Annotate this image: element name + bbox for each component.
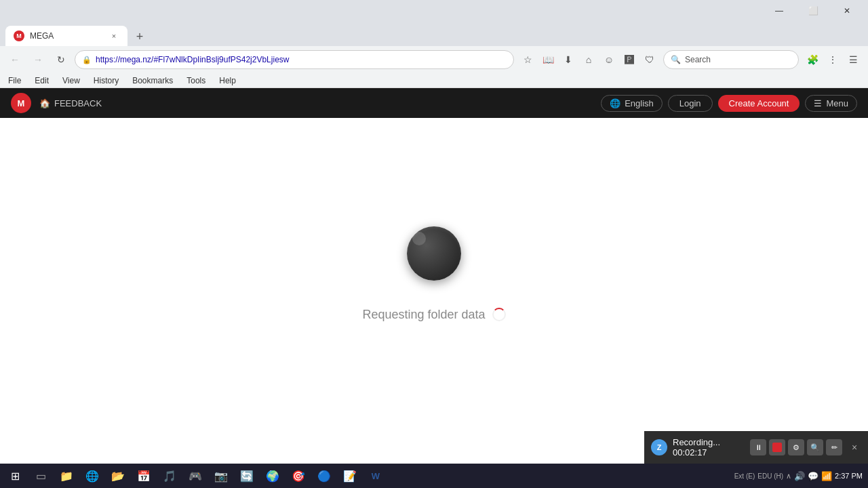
menu-help[interactable]: Help — [216, 75, 239, 87]
status-text: Requesting folder data — [362, 308, 505, 322]
create-account-button[interactable]: Create Account — [718, 95, 800, 112]
taskbar: ⊞ ▭ 📁 🌐 📂 📅 🎵 🎮 📷 🔄 🌍 🎯 🔵 📝 W Ext (E) ED… — [0, 464, 868, 488]
window-controls: — ⬜ ✕ — [764, 0, 863, 22]
app-header: M 🏠 FEEDBACK 🌐 English Login Create Acco… — [0, 88, 868, 118]
zoom-button[interactable]: 🔍 — [807, 439, 823, 455]
edit-button[interactable]: ✏ — [826, 439, 842, 455]
menu-edit[interactable]: Edit — [32, 75, 52, 87]
taskbar-systray-edu: EDU (H) — [757, 472, 783, 480]
forward-button[interactable]: → — [28, 50, 47, 69]
requesting-folder-text: Requesting folder data — [362, 308, 485, 322]
recording-overlay: Z Recording... 00:02:17 ⏸ ⚙ 🔍 ✏ × — [644, 431, 868, 464]
menu-view[interactable]: View — [60, 75, 83, 87]
feedback-label: FEEDBACK — [54, 98, 102, 108]
tab-close-button[interactable]: × — [108, 30, 119, 41]
overflow-icon[interactable]: ⋮ — [823, 50, 842, 69]
lock-icon: 🔒 — [82, 56, 92, 64]
menu-tools[interactable]: Tools — [184, 75, 208, 87]
browser-menu-bar: File Edit View History Bookmarks Tools H… — [0, 73, 868, 88]
taskbar-volume-icon[interactable]: 🔊 — [794, 471, 805, 481]
title-bar: — ⬜ ✕ — [0, 0, 868, 22]
main-content: Requesting folder data — [0, 118, 868, 430]
mega-logo[interactable]: M — [11, 93, 31, 113]
account-icon[interactable]: ☺ — [599, 50, 618, 69]
mega-logo-icon: M — [11, 93, 31, 113]
login-button[interactable]: Login — [668, 95, 713, 112]
taskbar-calendar-icon[interactable]: 📅 — [132, 464, 156, 488]
taskbar-music-icon[interactable]: 🎵 — [157, 464, 182, 488]
close-button[interactable]: ✕ — [831, 0, 863, 22]
home-icon[interactable]: ⌂ — [579, 50, 598, 69]
reader-mode-icon[interactable]: 📖 — [538, 50, 557, 69]
start-button[interactable]: ⊞ — [3, 464, 27, 488]
menu-bookmarks[interactable]: Bookmarks — [130, 75, 176, 87]
bookmark-star-icon[interactable]: ☆ — [518, 50, 537, 69]
feedback-button[interactable]: 🏠 FEEDBACK — [39, 98, 102, 108]
taskbar-icons: ⊞ ▭ 📁 🌐 📂 📅 🎵 🎮 📷 🔄 🌍 🎯 🔵 📝 W — [3, 464, 388, 488]
taskbar-app1-icon[interactable]: 🎯 — [286, 464, 311, 488]
taskbar-notepad-icon[interactable]: 📝 — [338, 464, 362, 488]
tab-favicon: M — [14, 30, 24, 41]
taskbar-camera-icon[interactable]: 📷 — [209, 464, 233, 488]
active-tab[interactable]: M MEGA × — [5, 26, 127, 46]
taskbar-browser-icon[interactable]: 🌐 — [80, 464, 104, 488]
taskbar-globe-icon[interactable]: 🌍 — [260, 464, 285, 488]
back-button[interactable]: ← — [5, 50, 24, 69]
settings-rec-button[interactable]: ⚙ — [788, 439, 804, 455]
address-bar[interactable]: 🔒 https://mega.nz/#Fl7wNlkDpIinBslj9ufPS… — [75, 50, 514, 69]
hamburger-menu-icon[interactable]: ☰ — [844, 50, 863, 69]
taskbar-clock[interactable]: 2:37 PM — [835, 471, 863, 481]
recording-text: Recording... 00:02:17 — [673, 437, 745, 458]
maximize-button[interactable]: ⬜ — [797, 0, 829, 22]
language-globe-icon: 🌐 — [610, 98, 620, 108]
shield-icon[interactable]: 🛡 — [640, 50, 659, 69]
feedback-icon: 🏠 — [39, 98, 50, 108]
menu-history[interactable]: History — [91, 75, 121, 87]
navigation-bar: ← → ↻ 🔒 https://mega.nz/#Fl7wNlkDpIinBsl… — [0, 46, 868, 73]
menu-file[interactable]: File — [5, 75, 24, 87]
taskbar-right: Ext (E) EDU (H) ∧ 🔊 💬 📶 2:37 PM — [734, 471, 865, 481]
minimize-button[interactable]: — — [764, 0, 795, 22]
taskbar-systray-ext: Ext (E) — [734, 472, 755, 480]
menu-label: Menu — [826, 98, 848, 108]
search-bar[interactable]: 🔍 Search — [663, 50, 799, 69]
url-text: https://mega.nz/#Fl7wNlkDpIinBslj9ufPS42… — [96, 55, 507, 64]
language-button[interactable]: 🌐 English — [601, 95, 663, 112]
search-placeholder: Search — [685, 55, 711, 64]
recording-close-button[interactable]: × — [848, 441, 861, 454]
download-icon[interactable]: ⬇ — [559, 50, 578, 69]
tab-bar: M MEGA × + — [0, 22, 868, 46]
search-icon: 🔍 — [671, 55, 681, 64]
taskbar-explorer-icon[interactable]: 📁 — [54, 464, 79, 488]
taskbar-app2-icon[interactable]: 🔵 — [312, 464, 336, 488]
new-tab-button[interactable]: + — [130, 27, 149, 46]
stop-icon — [772, 443, 782, 452]
taskview-button[interactable]: ▭ — [28, 464, 53, 488]
app-menu-button[interactable]: ☰ Menu — [805, 95, 857, 112]
taskbar-chat-icon[interactable]: 💬 — [808, 471, 818, 481]
taskbar-network-icon[interactable]: 📶 — [821, 471, 832, 481]
small-spinner — [492, 308, 506, 321]
hamburger-icon: ☰ — [814, 98, 822, 108]
taskbar-time-text: 2:37 PM — [835, 471, 863, 481]
header-right: 🌐 English Login Create Account ☰ Menu — [601, 95, 857, 112]
stop-button[interactable] — [769, 439, 785, 455]
language-label: English — [625, 98, 654, 108]
taskbar-game-icon[interactable]: 🎮 — [183, 464, 208, 488]
refresh-button[interactable]: ↻ — [52, 50, 71, 69]
loading-spinner — [407, 226, 461, 281]
taskbar-chevron-icon[interactable]: ∧ — [786, 472, 791, 481]
taskbar-sync-icon[interactable]: 🔄 — [235, 464, 259, 488]
extra-toolbar-icons: 🧩 ⋮ ☰ — [803, 50, 863, 69]
toolbar-icons: ☆ 📖 ⬇ ⌂ ☺ 🅿 🛡 — [518, 50, 659, 69]
pause-button[interactable]: ⏸ — [750, 439, 766, 455]
loading-container: Requesting folder data — [362, 226, 505, 322]
tab-title: MEGA — [30, 31, 103, 41]
pocket-icon[interactable]: 🅿 — [620, 50, 639, 69]
taskbar-word-icon[interactable]: W — [363, 464, 388, 488]
recording-controls: ⏸ ⚙ 🔍 ✏ — [750, 439, 842, 455]
taskbar-folder-icon[interactable]: 📂 — [106, 464, 130, 488]
recording-logo: Z — [651, 439, 667, 455]
extensions-icon[interactable]: 🧩 — [803, 50, 822, 69]
